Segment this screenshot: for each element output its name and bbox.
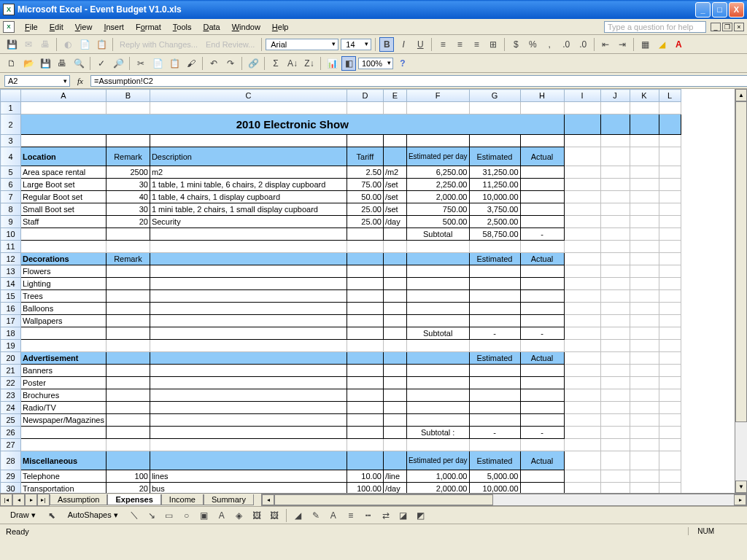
row-header[interactable]: 16 (1, 303, 21, 315)
row-header[interactable]: 13 (1, 265, 21, 278)
tab-first-button[interactable]: |◂ (0, 494, 12, 506)
wordart-icon[interactable]: A (214, 508, 229, 523)
draw-menu[interactable]: Draw ▾ (4, 509, 42, 521)
select-all-corner[interactable] (1, 90, 21, 102)
oval-icon[interactable]: ○ (179, 508, 194, 523)
permission-icon[interactable]: ◐ (61, 37, 75, 52)
menu-view[interactable]: View (69, 21, 98, 33)
select-objects-icon[interactable]: ⬉ (44, 508, 59, 523)
formula-input[interactable]: =Assumption!C2 (90, 75, 747, 87)
diagram-icon[interactable]: ◈ (232, 508, 247, 523)
rectangle-icon[interactable]: ▭ (162, 508, 177, 523)
row-header[interactable]: 26 (1, 427, 21, 439)
row-header[interactable]: 28 (1, 451, 21, 470)
row-header[interactable]: 1 (1, 102, 21, 114)
row-header[interactable]: 6 (1, 179, 21, 191)
align-left-button[interactable]: ≡ (436, 37, 450, 52)
font-color-icon2[interactable]: A (326, 508, 341, 523)
col-header-H[interactable]: H (520, 90, 564, 102)
col-header-F[interactable]: F (406, 90, 469, 102)
arrow-style-icon[interactable]: ⇄ (379, 508, 393, 523)
menu-data[interactable]: Data (197, 21, 225, 33)
line-icon[interactable]: ＼ (127, 508, 142, 523)
menu-help[interactable]: Help (266, 21, 295, 33)
mdi-minimize-button[interactable]: _ (711, 23, 721, 31)
sort-asc-icon[interactable]: A↓ (285, 56, 300, 71)
textbox-icon[interactable]: ▣ (197, 508, 212, 523)
row-header[interactable]: 2 (1, 114, 21, 135)
merge-button[interactable]: ⊞ (486, 37, 500, 52)
font-size-select[interactable]: 14 (341, 39, 371, 50)
autosum-icon[interactable]: Σ (268, 56, 283, 71)
sheet-tab-summary[interactable]: Summary (204, 494, 254, 505)
row-header[interactable]: 30 (1, 483, 21, 494)
scroll-down-button[interactable]: ▼ (735, 481, 747, 493)
chart-icon[interactable]: 📊 (325, 56, 339, 71)
row-header[interactable]: 15 (1, 290, 21, 303)
row-header[interactable]: 27 (1, 439, 21, 451)
fill-color-button[interactable]: ◢ (654, 37, 669, 52)
scroll-right-button[interactable]: ▸ (734, 494, 746, 505)
mdi-close-button[interactable]: × (734, 23, 744, 31)
tab-prev-button[interactable]: ◂ (12, 494, 25, 506)
drawing-icon[interactable]: ◧ (341, 56, 356, 71)
col-header-E[interactable]: E (383, 90, 406, 102)
row-header[interactable]: 21 (1, 365, 21, 377)
row-header[interactable]: 8 (1, 203, 21, 216)
sheet-tab-expenses[interactable]: Expenses (107, 494, 160, 505)
print-icon[interactable]: 🖶 (38, 37, 53, 52)
borders-button[interactable]: ▦ (638, 37, 652, 52)
col-header-J[interactable]: J (600, 90, 630, 102)
percent-button[interactable]: % (525, 37, 540, 52)
copy-icon[interactable]: 📄 (77, 37, 92, 52)
help-search-input[interactable]: Type a question for help (604, 21, 706, 33)
font-name-select[interactable]: Arial (266, 39, 338, 50)
fx-icon[interactable]: fx (77, 77, 83, 85)
open-icon[interactable]: 📂 (21, 56, 36, 71)
menu-tools[interactable]: Tools (167, 21, 198, 33)
col-header-A[interactable]: A (21, 90, 107, 102)
bold-button[interactable]: B (379, 37, 394, 52)
row-header[interactable]: 9 (1, 216, 21, 228)
row-header[interactable]: 12 (1, 253, 21, 265)
save-icon[interactable]: 💾 (4, 37, 19, 52)
align-center-button[interactable]: ≡ (452, 37, 467, 52)
row-header[interactable]: 23 (1, 389, 21, 402)
undo-icon[interactable]: ↶ (206, 56, 221, 71)
clipart-icon[interactable]: 🖼 (249, 508, 264, 523)
horizontal-scrollbar[interactable]: ◂ ▸ (261, 494, 747, 506)
mdi-restore-button[interactable]: ❐ (722, 23, 732, 31)
font-color-button[interactable]: A (671, 37, 686, 52)
col-header-L[interactable]: L (659, 90, 681, 102)
dash-style-icon[interactable]: ┅ (361, 508, 376, 523)
row-header[interactable]: 22 (1, 377, 21, 389)
picture-icon[interactable]: 🖼 (267, 508, 282, 523)
help-icon[interactable]: ? (395, 56, 410, 71)
name-box[interactable]: A2 (4, 75, 70, 87)
row-header[interactable]: 11 (1, 241, 21, 253)
autoshapes-menu[interactable]: AutoShapes ▾ (62, 509, 124, 521)
col-header-B[interactable]: B (106, 90, 150, 102)
menu-format[interactable]: Format (130, 21, 167, 33)
col-header-G[interactable]: G (469, 90, 520, 102)
paste-icon2[interactable]: 📋 (167, 56, 182, 71)
underline-button[interactable]: U (413, 37, 427, 52)
format-painter-icon[interactable]: 🖌 (184, 56, 198, 71)
shadow-icon[interactable]: ◪ (396, 508, 411, 523)
line-color-icon[interactable]: ✎ (309, 508, 323, 523)
decrease-indent-button[interactable]: ⇤ (598, 37, 613, 52)
maximize-button[interactable]: □ (712, 2, 727, 18)
sheet-tab-income[interactable]: Income (161, 494, 204, 505)
arrow-icon[interactable]: ↘ (144, 508, 159, 523)
col-header-I[interactable]: I (564, 90, 600, 102)
row-header[interactable]: 24 (1, 402, 21, 414)
zoom-select[interactable]: 100% (358, 58, 393, 69)
comma-button[interactable]: , (542, 37, 557, 52)
hscroll-thumb[interactable] (274, 494, 493, 505)
scroll-thumb[interactable] (735, 101, 747, 422)
row-header[interactable]: 14 (1, 278, 21, 290)
scroll-up-button[interactable]: ▲ (735, 89, 747, 101)
decrease-decimal-button[interactable]: .0 (576, 37, 590, 52)
redo-icon[interactable]: ↷ (223, 56, 238, 71)
cut-icon[interactable]: ✂ (133, 56, 148, 71)
